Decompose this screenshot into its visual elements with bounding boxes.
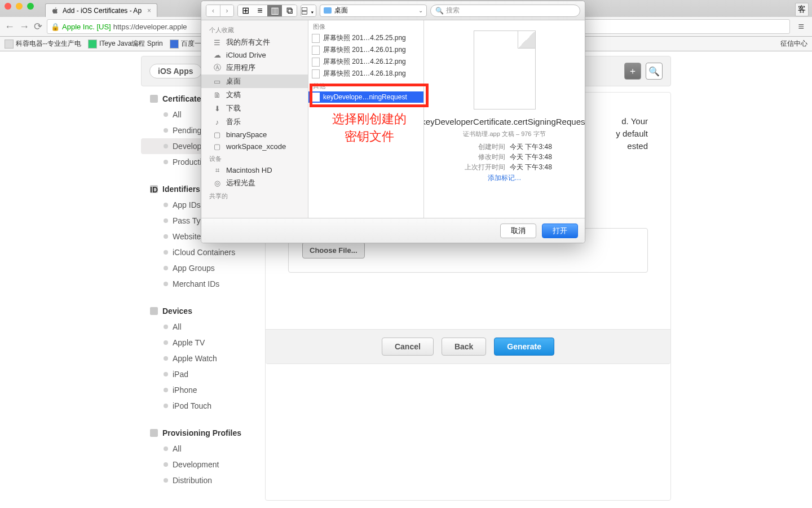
page-icon: [5, 40, 14, 49]
finder-open-button[interactable]: 打开: [542, 224, 578, 238]
document-preview-icon: [474, 30, 536, 110]
sidebar-item-pp-dev[interactable]: Development: [141, 457, 265, 472]
sidebar-item-ipod[interactable]: iPod Touch: [141, 398, 265, 414]
nav-segment: ‹ ›: [206, 5, 234, 17]
group-segment: ⌸ ▾: [301, 5, 316, 17]
cloud-icon: ☁: [213, 51, 222, 59]
minimize-window-icon[interactable]: [16, 3, 23, 10]
section-title: Certificates: [162, 94, 205, 103]
sidebar-item-devices-all[interactable]: All: [141, 319, 265, 335]
fav-downloads[interactable]: ⬇下载: [201, 102, 308, 115]
device-icon: [150, 307, 158, 315]
fav-music[interactable]: ♪音乐: [201, 115, 308, 129]
file-row[interactable]: 屏幕快照 201…4.26.18.png: [308, 68, 423, 80]
sidebar-item-icloud[interactable]: iCloud Containers: [141, 244, 265, 260]
sidebar-item-merchant[interactable]: Merchant IDs: [141, 276, 265, 292]
dev-hd[interactable]: ⌗Macintosh HD: [201, 164, 308, 176]
dev-remote[interactable]: ◎远程光盘: [201, 176, 308, 190]
section-title: Devices: [162, 306, 192, 316]
browser-tab[interactable]: Add - iOS Certificates - Ap ×: [45, 3, 157, 17]
sidebar-item-applewatch[interactable]: Apple Watch: [141, 351, 265, 366]
file-open-dialog: ‹ › ⊞ ≡ ▥ ⧉ ⌸ ▾ 桌面 ⌄ 🔍 搜索 个人收藏 ☰我的所有文件 ☁…: [201, 1, 585, 243]
devices-header: 设备: [201, 152, 308, 164]
back-button[interactable]: Back: [442, 338, 486, 356]
id-icon: ID: [150, 185, 158, 193]
profile-avatar[interactable]: 客: [795, 3, 809, 16]
sidebar-item-appgroups[interactable]: App Groups: [141, 260, 265, 276]
bookmark-item[interactable]: 科蓉电器--专业生产电: [5, 39, 81, 49]
view-list-icon[interactable]: ≡: [253, 5, 267, 16]
view-segment: ⊞ ≡ ▥ ⧉: [237, 5, 297, 17]
profile-icon: [150, 429, 158, 437]
nav-back-icon[interactable]: ‹: [206, 5, 220, 16]
file-column: 图像 屏幕快照 201…4.25.25.png 屏幕快照 201…4.26.01…: [308, 20, 424, 218]
zoom-window-icon[interactable]: [27, 3, 34, 10]
close-tab-icon[interactable]: ×: [147, 7, 151, 15]
lock-icon: 🔒: [51, 23, 60, 31]
page-icon: [88, 40, 97, 49]
file-row[interactable]: 屏幕快照 201…4.26.12.png: [308, 56, 423, 68]
folder-icon: ▢: [213, 131, 222, 139]
view-coverflow-icon[interactable]: ⧉: [282, 5, 297, 16]
sidebar-item-appletv[interactable]: Apple TV: [141, 335, 265, 351]
sidebar-item-pp-all[interactable]: All: [141, 441, 265, 457]
fav-icloud[interactable]: ☁iCloud Drive: [201, 49, 308, 61]
image-file-icon: [312, 46, 320, 55]
add-button[interactable]: ＋: [624, 63, 641, 80]
menu-icon[interactable]: ≡: [795, 21, 807, 33]
search-icon: 🔍: [435, 7, 444, 15]
nav-forward-icon[interactable]: ›: [220, 5, 233, 16]
bookmark-item[interactable]: 百度一: [170, 39, 201, 49]
folder-icon: [324, 7, 332, 14]
fav-desktop[interactable]: ▭桌面: [201, 75, 308, 88]
generate-button[interactable]: Generate: [494, 338, 554, 356]
image-file-icon: [312, 69, 320, 78]
ios-apps-pill[interactable]: iOS Apps: [149, 64, 202, 78]
window-controls: [5, 3, 34, 10]
bookmark-item[interactable]: 征信中心: [780, 39, 807, 49]
view-columns-icon[interactable]: ▥: [267, 5, 282, 16]
action-buttons: Cancel Back Generate: [266, 329, 670, 364]
preview-filename: keyDeveloperCertificate.certSigningReque…: [424, 116, 585, 128]
cancel-button[interactable]: Cancel: [382, 338, 434, 356]
location-dropdown[interactable]: 桌面 ⌄: [320, 5, 427, 17]
view-icons-icon[interactable]: ⊞: [238, 5, 253, 16]
reload-button[interactable]: ⟳: [34, 20, 42, 33]
preview-subtitle: 证书助理.app 文稿 – 976 字节: [463, 130, 545, 138]
col-header-images: 图像: [308, 20, 423, 32]
cert-icon: [150, 95, 158, 103]
sidebar-item-ipad[interactable]: iPad: [141, 366, 265, 382]
hdd-icon: ⌗: [213, 167, 222, 174]
group-icon[interactable]: ⌸ ▾: [301, 5, 316, 16]
file-row-selected[interactable]: keyDevelope…ningRequest: [308, 91, 423, 103]
page-icon: [170, 40, 179, 49]
fav-allfiles[interactable]: ☰我的所有文件: [201, 36, 308, 49]
fav-workspace[interactable]: ▢workSpace_xcode: [201, 141, 308, 152]
forward-button[interactable]: →: [19, 21, 29, 33]
folder-icon: ▢: [213, 143, 222, 151]
finder-sidebar: 个人收藏 ☰我的所有文件 ☁iCloud Drive Ⓐ应用程序 ▭桌面 🗎文稿…: [201, 20, 308, 218]
finder-cancel-button[interactable]: 取消: [500, 224, 536, 238]
downloads-icon: ⬇: [213, 104, 222, 112]
bookmark-item[interactable]: ITeye Java编程 Sprin: [88, 39, 163, 49]
file-row[interactable]: 屏幕快照 201…4.25.25.png: [308, 32, 423, 44]
fav-binaryspace[interactable]: ▢binarySpace: [201, 129, 308, 141]
disc-icon: ◎: [213, 179, 222, 187]
back-button[interactable]: ←: [5, 21, 15, 33]
image-file-icon: [312, 58, 320, 67]
sidebar-item-pp-dist[interactable]: Distribution: [141, 472, 265, 488]
music-icon: ♪: [213, 118, 222, 126]
close-window-icon[interactable]: [5, 3, 11, 10]
apple-favicon-icon: [51, 7, 59, 15]
tab-title: Add - iOS Certificates - Ap: [63, 7, 142, 15]
col-header-other: 其他: [308, 80, 423, 91]
fav-documents[interactable]: 🗎文稿: [201, 88, 308, 102]
file-preview-pane: keyDeveloperCertificate.certSigningReque…: [424, 20, 585, 218]
choose-file-button[interactable]: Choose File...: [302, 242, 365, 259]
finder-search-input[interactable]: 🔍 搜索: [430, 5, 580, 17]
fav-apps[interactable]: Ⓐ应用程序: [201, 61, 308, 75]
file-row[interactable]: 屏幕快照 201…4.26.01.png: [308, 44, 423, 56]
sidebar-item-iphone[interactable]: iPhone: [141, 382, 265, 398]
search-button[interactable]: 🔍: [646, 63, 663, 80]
add-tag-link[interactable]: 添加标记…: [488, 173, 522, 183]
